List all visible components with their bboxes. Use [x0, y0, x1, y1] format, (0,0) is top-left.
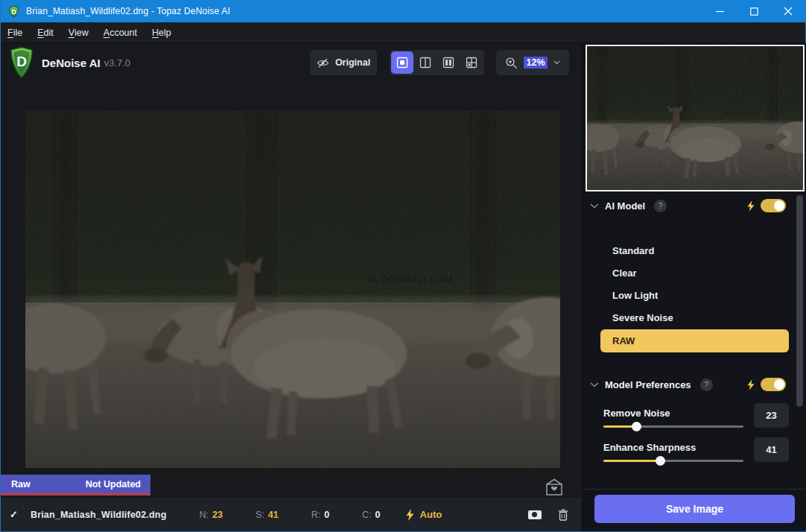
- filename-label[interactable]: Brian_Matiash_Wildlife02.dng: [31, 510, 167, 520]
- slider-knob[interactable]: [656, 456, 665, 466]
- view-sidebyside-button[interactable]: [437, 51, 460, 74]
- title-bar: D Brian_Matiash_Wildlife02.dng - Topaz D…: [1, 0, 805, 22]
- view-single-icon: [396, 57, 408, 69]
- stat-color: C: 0: [362, 510, 380, 520]
- checkmark-icon: ✓: [10, 509, 18, 520]
- enhance-sharpness-value[interactable]: 41: [754, 437, 789, 462]
- stat-sharpness: S: 41: [256, 510, 279, 520]
- file-status-bar: ✓ Brian_Matiash_Wildlife02.dng N: 23 S: …: [1, 498, 582, 531]
- app-version: v3.7.0: [104, 57, 130, 69]
- app-logo-icon: D: [7, 5, 20, 18]
- model-option-lowlight[interactable]: Low Light: [612, 290, 658, 301]
- menu-view[interactable]: View: [61, 22, 96, 42]
- camera-icon[interactable]: [528, 510, 542, 519]
- original-label: Original: [335, 57, 370, 68]
- view-quad-icon: [466, 57, 477, 69]
- lightning-icon: [406, 509, 414, 521]
- status-raw-label: Raw: [11, 479, 31, 490]
- view-split-button[interactable]: [414, 51, 437, 74]
- svg-text:D: D: [16, 54, 27, 69]
- ai-model-auto-toggle[interactable]: [761, 199, 786, 212]
- chevron-down-icon: [553, 60, 560, 65]
- denoise-shield-icon: D: [7, 46, 37, 79]
- help-icon[interactable]: ?: [654, 200, 667, 212]
- close-icon: [784, 7, 793, 16]
- preferences-auto-toggle[interactable]: [761, 378, 786, 391]
- stat-noise: N: 23: [200, 510, 223, 520]
- model-option-clear[interactable]: Clear: [612, 267, 637, 279]
- view-sidebyside-icon: [442, 57, 454, 69]
- model-option-raw[interactable]: RAW: [600, 329, 789, 352]
- image-status-bar: Raw Not Updated: [1, 475, 150, 495]
- lightning-icon: [747, 379, 755, 390]
- trash-icon[interactable]: [558, 509, 568, 521]
- minimize-icon: [716, 7, 724, 16]
- view-quad-button[interactable]: [460, 51, 483, 74]
- app-branding: D DeNoise AI v3.7.0: [7, 46, 130, 79]
- minimize-button[interactable]: [702, 0, 737, 22]
- collapse-chevron-icon[interactable]: [590, 203, 599, 209]
- remove-noise-control: Remove Noise 23: [603, 408, 789, 419]
- zoom-in-icon: [505, 57, 518, 69]
- app-window: D Brian_Matiash_Wildlife02.dng - Topaz D…: [0, 0, 806, 532]
- stat-recover: R: 0: [311, 510, 329, 520]
- ai-model-header: AI Model ?: [583, 197, 806, 215]
- lightning-icon: [747, 200, 755, 212]
- view-mode-group: [390, 50, 484, 75]
- auto-settings-button[interactable]: Auto: [406, 509, 442, 521]
- remove-noise-slider[interactable]: [603, 425, 743, 428]
- original-toggle-button[interactable]: Original: [310, 50, 377, 75]
- maximize-button[interactable]: [737, 0, 771, 22]
- menu-edit[interactable]: Edit: [30, 22, 61, 42]
- image-canvas[interactable]: [25, 110, 560, 468]
- zoom-value[interactable]: 12%: [524, 57, 547, 69]
- envelope-heart-icon[interactable]: [543, 477, 565, 498]
- auto-label: Auto: [420, 509, 442, 520]
- slider-knob[interactable]: [632, 422, 641, 431]
- menu-account[interactable]: Account: [96, 22, 145, 42]
- main-area: D DeNoise AI v3.7.0 Original: [1, 43, 582, 531]
- ai-model-title: AI Model: [605, 200, 645, 212]
- panel-scrollbar[interactable]: [796, 195, 803, 407]
- help-icon[interactable]: ?: [700, 379, 713, 391]
- model-option-standard[interactable]: Standard: [612, 245, 654, 256]
- divider: [583, 489, 806, 490]
- view-single-button[interactable]: [391, 51, 413, 74]
- model-preferences-title: Model Preferences: [605, 379, 691, 390]
- view-split-icon: [419, 57, 431, 69]
- svg-text:D: D: [11, 7, 16, 15]
- model-preferences-header: Model Preferences ?: [583, 376, 806, 393]
- menu-bar: File Edit View Account Help: [1, 22, 805, 43]
- save-image-button[interactable]: Save Image: [594, 495, 795, 523]
- toggle-knob: [774, 379, 784, 390]
- collapse-chevron-icon[interactable]: [590, 382, 599, 387]
- preview-thumbnail[interactable]: [586, 45, 805, 191]
- enhance-sharpness-control: Enhance Sharpness 41: [603, 442, 789, 453]
- status-updated-badge: Not Updated: [86, 479, 141, 490]
- toggle-knob: [774, 200, 784, 211]
- menu-help[interactable]: Help: [145, 22, 179, 42]
- maximize-icon: [750, 7, 758, 16]
- model-option-severenoise[interactable]: Severe Noise: [612, 312, 673, 323]
- close-button[interactable]: [771, 0, 805, 22]
- settings-panel: AI Model ? Standard Clear Low Light Seve…: [582, 43, 806, 531]
- remove-noise-value[interactable]: 23: [754, 403, 789, 428]
- eye-off-icon: [317, 58, 329, 68]
- menu-file[interactable]: File: [1, 22, 30, 42]
- window-title: Brian_Matiash_Wildlife02.dng - Topaz DeN…: [26, 6, 702, 16]
- zoom-control[interactable]: 12%: [496, 50, 569, 75]
- enhance-sharpness-slider[interactable]: [603, 460, 743, 462]
- app-name: DeNoise AI: [42, 57, 101, 69]
